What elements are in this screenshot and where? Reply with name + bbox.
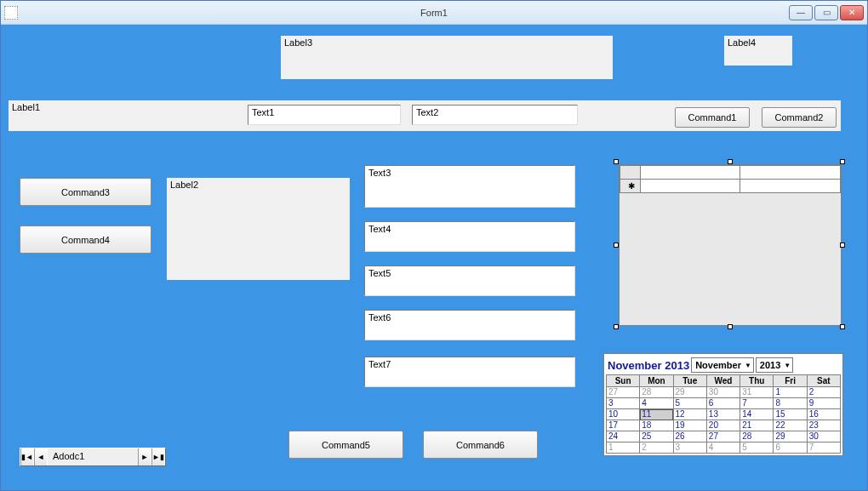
command6-button[interactable]: Command6 — [423, 431, 538, 459]
text7[interactable]: Text7 — [364, 357, 575, 387]
text1[interactable]: Text1 — [248, 105, 401, 125]
calendar-day-cell[interactable]: 5 — [740, 442, 774, 454]
text5[interactable]: Text5 — [364, 265, 575, 296]
calendar-day-cell[interactable]: 15 — [774, 409, 807, 420]
calendar-day-cell[interactable]: 30 — [706, 387, 740, 398]
text4[interactable]: Text4 — [364, 221, 575, 252]
calendar-day-cell[interactable]: 6 — [706, 398, 740, 409]
command1-button[interactable]: Command1 — [675, 107, 750, 128]
calendar-day-cell[interactable]: 27 — [607, 387, 640, 398]
calendar-day-cell[interactable]: 3 — [673, 442, 706, 454]
label4: Label4 — [724, 36, 792, 66]
calendar-day-cell[interactable]: 21 — [740, 420, 774, 431]
calendar-day-cell[interactable]: 20 — [706, 420, 740, 431]
app-icon — [4, 6, 18, 20]
calendar-day-header: Thu — [740, 375, 774, 387]
text3[interactable]: Text3 — [364, 165, 575, 208]
calendar-day-header: Fri — [774, 375, 807, 387]
adodc-next-button[interactable]: ► — [138, 448, 151, 465]
calendar-day-cell[interactable]: 23 — [807, 420, 840, 431]
label1: Label1 — [9, 100, 238, 116]
calendar-header: November 2013 November ▼ 2013 ▼ — [606, 356, 841, 374]
calendar-day-cell[interactable]: 14 — [740, 409, 774, 420]
calendar-day-cell[interactable]: 17 — [607, 420, 640, 431]
command3-button[interactable]: Command3 — [20, 178, 151, 206]
command4-button[interactable]: Command4 — [20, 226, 151, 254]
selection-handle[interactable] — [840, 243, 845, 248]
calendar-day-cell[interactable]: 1 — [774, 387, 807, 398]
calendar-day-cell[interactable]: 30 — [807, 431, 840, 442]
calendar-day-cell[interactable]: 10 — [607, 409, 640, 420]
calendar-day-cell[interactable]: 11 — [640, 409, 673, 420]
selection-handle[interactable] — [728, 324, 733, 329]
calendar-day-cell[interactable]: 16 — [807, 409, 840, 420]
adodc-last-button[interactable]: ►▮ — [151, 448, 165, 465]
calendar-day-header: Sat — [807, 375, 840, 387]
maximize-button[interactable]: ▭ — [814, 5, 838, 20]
titlebar: Form1 — ▭ ✕ — [1, 1, 867, 25]
calendar-day-cell[interactable]: 22 — [774, 420, 807, 431]
calendar-day-cell[interactable]: 12 — [673, 409, 706, 420]
calendar-day-cell[interactable]: 24 — [607, 431, 640, 442]
window-title: Form1 — [420, 8, 448, 18]
calendar-day-cell[interactable]: 18 — [640, 420, 673, 431]
calendar-day-cell[interactable]: 29 — [673, 387, 706, 398]
calendar-day-cell[interactable]: 19 — [673, 420, 706, 431]
data-grid[interactable]: ✱ — [619, 164, 842, 326]
calendar-day-header: Wed — [706, 375, 740, 387]
grid-new-row-marker: ✱ — [620, 180, 641, 193]
selection-handle[interactable] — [728, 159, 733, 164]
chevron-down-icon: ▼ — [745, 362, 751, 369]
calendar-day-cell[interactable]: 4 — [706, 442, 740, 454]
calendar-day-cell[interactable]: 7 — [807, 442, 840, 454]
text2[interactable]: Text2 — [412, 105, 578, 125]
calendar-year-value: 2013 — [760, 360, 780, 370]
calendar-day-cell[interactable]: 31 — [740, 387, 774, 398]
close-button[interactable]: ✕ — [840, 5, 864, 20]
calendar-day-cell[interactable]: 9 — [807, 398, 840, 409]
adodc-caption: Adodc1 — [48, 448, 138, 465]
selection-handle[interactable] — [614, 159, 619, 164]
calendar-day-cell[interactable]: 3 — [607, 398, 640, 409]
calendar-day-cell[interactable]: 8 — [774, 398, 807, 409]
calendar-day-cell[interactable]: 27 — [706, 431, 740, 442]
text6[interactable]: Text6 — [364, 310, 575, 340]
selection-handle[interactable] — [614, 324, 619, 329]
calendar-day-cell[interactable]: 5 — [673, 398, 706, 409]
calendar-day-cell[interactable]: 28 — [640, 387, 673, 398]
calendar-day-cell[interactable]: 29 — [774, 431, 807, 442]
calendar-grid[interactable]: SunMonTueWedThuFriSat 272829303112345678… — [606, 374, 841, 454]
calendar-day-cell[interactable]: 2 — [807, 387, 840, 398]
selection-handle[interactable] — [840, 159, 845, 164]
window-controls: — ▭ ✕ — [789, 5, 864, 20]
calendar-day-cell[interactable]: 13 — [706, 409, 740, 420]
calendar-day-cell[interactable]: 26 — [673, 431, 706, 442]
calendar-title: November 2013 — [606, 359, 689, 372]
calendar-day-cell[interactable]: 6 — [774, 442, 807, 454]
command2-button[interactable]: Command2 — [762, 107, 837, 128]
selection-handle[interactable] — [840, 324, 845, 329]
calendar-day-cell[interactable]: 1 — [607, 442, 640, 454]
calendar-day-cell[interactable]: 2 — [640, 442, 673, 454]
window: Form1 — ▭ ✕ Label3 Label4 Label1 Text1 T… — [0, 0, 868, 491]
label2: Label2 — [167, 178, 350, 280]
minimize-button[interactable]: — — [789, 5, 813, 20]
calendar-day-cell[interactable]: 4 — [640, 398, 673, 409]
calendar-month-select[interactable]: November ▼ — [691, 357, 754, 373]
adodc-control[interactable]: ▮◄ ◄ Adodc1 ► ►▮ — [20, 448, 166, 466]
calendar-day-cell[interactable]: 25 — [640, 431, 673, 442]
selection-handle[interactable] — [614, 243, 619, 248]
adodc-first-button[interactable]: ▮◄ — [20, 448, 34, 465]
calendar-month-value: November — [695, 360, 741, 370]
calendar-year-select[interactable]: 2013 ▼ — [756, 357, 793, 373]
calendar-day-cell[interactable]: 28 — [740, 431, 774, 442]
adodc-prev-button[interactable]: ◄ — [34, 448, 48, 465]
label3: Label3 — [281, 36, 613, 79]
calendar-day-header: Sun — [607, 375, 640, 387]
calendar-day-header: Mon — [640, 375, 673, 387]
calendar-control[interactable]: November 2013 November ▼ 2013 ▼ SunMonTu… — [603, 353, 843, 456]
calendar-day-cell[interactable]: 7 — [740, 398, 774, 409]
command5-button[interactable]: Command5 — [288, 431, 403, 459]
form-designer-surface[interactable]: Label3 Label4 Label1 Text1 Text2 Command… — [1, 25, 867, 490]
calendar-day-header: Tue — [673, 375, 706, 387]
